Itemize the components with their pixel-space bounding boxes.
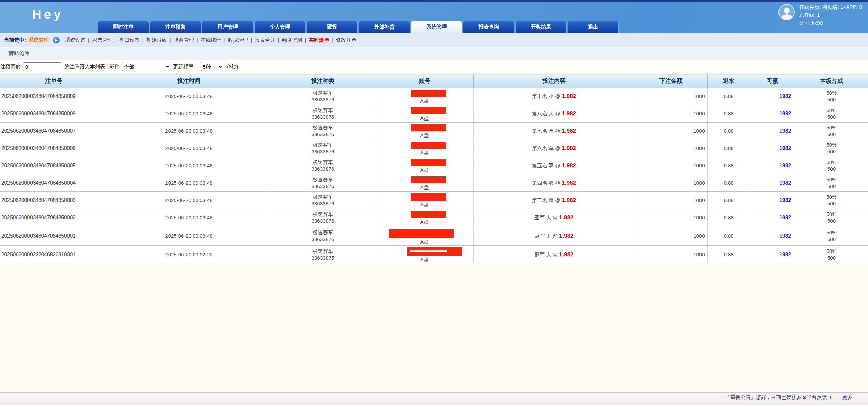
share-percent: 50% — [795, 159, 868, 166]
table-body: 202506200003480470848500092025-06-20 00:… — [0, 88, 868, 263]
menu-item[interactable]: 在线统计 — [201, 37, 221, 43]
freq-note: (3秒) — [227, 63, 238, 70]
cell-bet-time: 2025-06-20 00:03:48 — [108, 209, 270, 226]
menu-item[interactable]: 额度监测 — [282, 37, 302, 43]
account-redaction-box — [411, 211, 446, 218]
bet-content-text: 第七名 单 @ — [532, 128, 560, 134]
share-percent: 50% — [795, 176, 868, 183]
account-redaction-box — [411, 90, 446, 97]
bet-odds-value: 1.982 — [562, 197, 576, 203]
bet-content-text: 第八名 大 @ — [532, 111, 560, 116]
menu-item[interactable]: 数据清理 — [228, 37, 248, 43]
menu-item[interactable]: 报表合并 — [255, 37, 275, 43]
bet-type-name: 极速赛车 — [270, 193, 376, 200]
cell-share: 50%500 — [795, 123, 868, 140]
cell-share: 50%500 — [795, 192, 868, 209]
cell-share: 50%500 — [795, 105, 868, 123]
cell-bet-amount: 1000 — [635, 209, 707, 226]
breadcrumb: 当前选中: 系统管理 ▶ 系统设置|彩票管理|盘口设置|初始限额|降赔管理|在线… — [0, 33, 868, 47]
cell-can-win: 1982 — [750, 174, 795, 192]
nav-tab[interactable]: 开奖结果 — [515, 21, 567, 33]
menu-item[interactable]: 实时滚单 — [309, 37, 329, 43]
menu-item[interactable]: 初始限额 — [146, 37, 167, 43]
share-percent: 50% — [795, 107, 868, 114]
nav-tab[interactable]: 注单预警 — [150, 21, 201, 33]
nav-tab[interactable]: 系统管理 — [411, 21, 462, 33]
cell-bet-amount: 1000 — [635, 157, 707, 174]
cell-account: A盘 — [376, 246, 473, 263]
account-redaction-box — [389, 229, 454, 238]
menu-item[interactable]: 系统设置 — [65, 37, 85, 43]
cell-bet-amount: 1000 — [635, 123, 707, 140]
bet-odds-value: 1.982 — [562, 145, 576, 151]
filter-prefix-label: 注額高於 — [0, 63, 21, 70]
share-amount: 500 — [795, 131, 868, 138]
refresh-freq-select[interactable]: 5秒 — [201, 62, 223, 71]
cell-bet-time: 2025-06-20 00:02:22 — [108, 246, 270, 263]
menu-item[interactable]: 降赔管理 — [174, 37, 194, 43]
cell-share: 50%500 — [795, 209, 868, 226]
online-members-text: 在线会员: 网页端: 1+APP: 0 — [799, 3, 862, 11]
share-percent: 50% — [795, 229, 868, 236]
cell-bet-amount: 1000 — [635, 105, 707, 123]
cell-bet-time: 2025-06-20 00:03:48 — [108, 192, 270, 209]
amount-threshold-input[interactable] — [23, 62, 61, 71]
nav-tab[interactable]: 外部补货 — [359, 21, 410, 33]
share-amount: 500 — [795, 255, 868, 261]
can-win-value: 1982 — [779, 252, 791, 257]
cell-rebate: 0.88 — [707, 157, 750, 174]
page-subtitle-bar: 實時滾單 — [0, 47, 868, 60]
menu-separator: | — [88, 37, 90, 43]
bet-type-issue: 33633876 — [270, 183, 376, 190]
menu-item[interactable]: 彩票管理 — [92, 37, 113, 43]
cell-bet-amount: 1000 — [635, 226, 707, 246]
account-redaction-box — [411, 159, 446, 166]
can-win-value: 1982 — [779, 145, 791, 151]
share-amount: 500 — [795, 236, 868, 243]
table-row: 202506200003480470848500082025-06-20 00:… — [0, 105, 868, 123]
user-info-box: 在线会员: 网页端: 1+APP: 0 总在线: 1 公司: kk98 — [778, 3, 862, 27]
menu-separator: | — [278, 37, 279, 43]
bet-content-text: 亚军 大 @ — [534, 215, 558, 220]
nav-tab[interactable]: 个人管理 — [254, 21, 305, 33]
cell-order-no: 20250620000348047084850002 — [0, 209, 108, 226]
table-row: 202506200003480470848500062025-06-20 00:… — [0, 140, 868, 157]
more-link[interactable]: 更多 — [842, 394, 852, 401]
table-row: 202506200003480470848500032025-06-20 00:… — [0, 192, 868, 209]
menu-item[interactable]: 修改注单 — [336, 37, 356, 43]
can-win-value: 1982 — [779, 111, 791, 116]
cell-order-no: 20250620000348047084850001 — [0, 226, 108, 246]
nav-tab[interactable]: 即时注单 — [98, 21, 149, 33]
bet-type-issue: 33633876 — [270, 200, 376, 207]
nav-tab[interactable]: 跟投 — [307, 21, 358, 33]
cell-bet-content: 第十名 小 @1.982 — [473, 88, 635, 105]
cell-rebate: 0.88 — [707, 140, 750, 157]
bet-odds-value: 1.982 — [562, 128, 576, 134]
cell-bet-content: 第四名 双 @1.982 — [473, 174, 635, 192]
cell-can-win: 1982 — [750, 123, 795, 140]
cell-share: 50%500 — [795, 226, 868, 246]
can-win-value: 1982 — [779, 128, 791, 134]
bets-table: 注单号投注时间投注种类账号投注内容下注金额退水可赢本级占成 2025062000… — [0, 74, 868, 263]
cell-bet-type: 极速赛车33633876 — [270, 192, 376, 209]
lottery-type-select[interactable]: 全部 — [122, 62, 170, 71]
menu-item[interactable]: 盘口设置 — [119, 37, 140, 43]
nav-tab[interactable]: 退出 — [568, 21, 619, 33]
share-percent: 50% — [795, 211, 868, 218]
table-row: 202506200003480470848500022025-06-20 00:… — [0, 209, 868, 226]
total-online-text: 总在线: 1 — [799, 11, 862, 19]
cell-bet-time: 2025-06-20 00:03:48 — [108, 140, 270, 157]
cell-can-win: 1982 — [750, 226, 795, 246]
company-text: 公司: kk98 — [799, 19, 862, 27]
share-amount: 500 — [795, 200, 868, 207]
menu-separator: | — [115, 37, 117, 43]
column-header: 下注金额 — [635, 74, 707, 88]
nav-tab[interactable]: 报表查询 — [463, 21, 514, 33]
nav-tab[interactable]: 用户管理 — [202, 21, 253, 33]
share-percent: 50% — [795, 124, 868, 131]
can-win-value: 1982 — [779, 197, 791, 203]
menu-separator: | — [251, 37, 252, 43]
account-tier: A盘 — [376, 97, 473, 104]
filter-bar: 注額高於 的注單滚入本列表 | 彩种 全部 更新頻率： 5秒 (3秒) — [0, 60, 868, 73]
cell-order-no: 20250620000348047084850005 — [0, 157, 108, 174]
